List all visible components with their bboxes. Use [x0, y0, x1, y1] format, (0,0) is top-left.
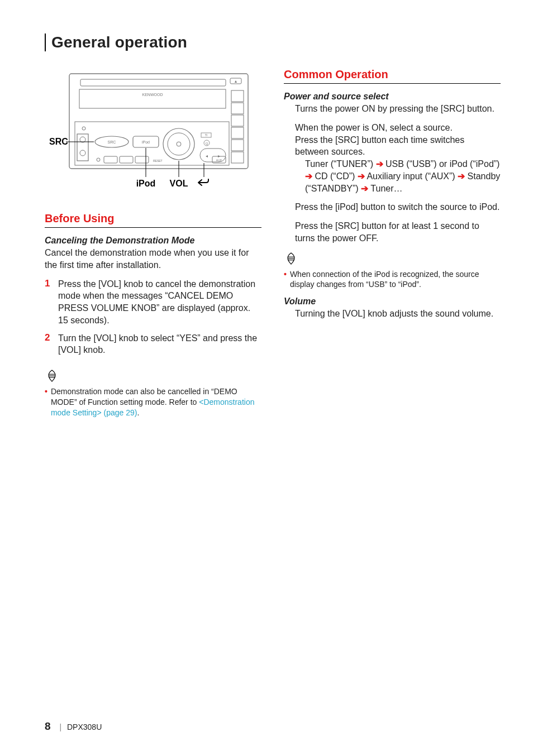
arrow-icon: ➔: [305, 171, 312, 181]
volume-subheading: Volume: [284, 296, 501, 307]
svg-point-26: [97, 158, 100, 161]
volume-text: Turning the [VOL] knob adjusts the sound…: [284, 308, 501, 320]
svg-rect-1: [80, 79, 226, 86]
cancel-demo-subheading: Canceling the Demonstration Mode: [45, 236, 261, 246]
svg-point-20: [177, 142, 181, 146]
search-icon: Q: [206, 142, 208, 145]
svg-point-15: [80, 150, 85, 156]
svg-text:◂: ◂: [206, 154, 208, 159]
cancel-demo-steps: 1 Press the [VOL] knob to cancel the dem…: [45, 278, 261, 357]
cancel-demo-intro: Cancel the demonstration mode when you u…: [45, 247, 261, 271]
page-number: 8: [45, 720, 51, 732]
common-operation-heading: Common Operation: [284, 68, 501, 84]
list-item: • Demonstration mode can also be cancell…: [45, 386, 261, 418]
before-using-heading: Before Using: [45, 212, 261, 228]
aux-text: AUX: [216, 159, 222, 162]
svg-rect-6: [231, 103, 244, 114]
page-title: General operation: [51, 34, 501, 51]
ipod-switch-text: Press the [iPod] button to switch the so…: [284, 201, 501, 213]
list-item: • When connection of the iPod is recogni…: [284, 269, 501, 290]
step-number: 2: [45, 332, 53, 357]
source-chain: Tuner (“TUNER”) ➔ USB (“USB”) or iPod (“…: [284, 158, 501, 194]
note-text: When connection of the iPod is recognize…: [290, 269, 501, 290]
callout-src: SRC: [49, 137, 68, 146]
svg-rect-8: [231, 127, 244, 138]
device-diagram: ▲ KENWOOD: [45, 68, 261, 191]
svg-rect-7: [231, 115, 244, 126]
note-text: Demonstration mode can also be cancelled…: [51, 386, 261, 418]
src-button-text: SRC: [108, 140, 116, 144]
right-notes: • When connection of the iPod is recogni…: [284, 269, 501, 290]
callout-ipod: iPod: [136, 179, 156, 188]
bullet-icon: •: [45, 386, 47, 418]
svg-point-19: [168, 133, 190, 155]
source-select-text: When the power is ON, select a source. P…: [284, 122, 501, 158]
arrow-icon: ➔: [458, 171, 465, 181]
svg-rect-9: [231, 140, 244, 151]
list-item: 2 Turn the [VOL] knob to select “YES” an…: [45, 332, 261, 357]
svg-rect-29: [135, 156, 149, 163]
footer-separator: |: [59, 722, 61, 731]
ipod-button-text: iPod: [142, 140, 150, 144]
step-text: Press the [VOL] knob to cancel the demon…: [58, 278, 261, 327]
svg-rect-0: [69, 74, 248, 169]
note-icon: [45, 370, 59, 382]
svg-rect-27: [104, 156, 117, 163]
left-column: ▲ KENWOOD: [45, 68, 261, 418]
arrow-icon: ➔: [376, 159, 383, 169]
note-icon: [284, 252, 298, 265]
arrow-icon: ➔: [361, 184, 368, 193]
svg-rect-13: [77, 134, 88, 161]
svg-rect-5: [231, 90, 244, 102]
brand-label: KENWOOD: [142, 93, 163, 97]
right-column: Common Operation Power and source select…: [284, 68, 501, 418]
svg-rect-10: [231, 152, 244, 163]
page-footer: 8 | DPX308U: [45, 720, 102, 733]
svg-rect-28: [120, 156, 133, 163]
power-off-text: Press the [SRC] button for at least 1 se…: [284, 220, 501, 245]
svg-point-12: [82, 127, 85, 130]
list-item: 1 Press the [VOL] knob to cancel the dem…: [45, 278, 261, 327]
power-source-subheading: Power and source select: [284, 92, 501, 102]
callout-vol: VOL: [170, 179, 188, 188]
bullet-icon: •: [284, 269, 287, 290]
reset-text: RESET: [153, 159, 163, 162]
svg-text:▲: ▲: [234, 79, 238, 83]
left-notes: • Demonstration mode can also be cancell…: [45, 386, 261, 418]
model-label: DPX308U: [67, 722, 102, 731]
arrow-icon: ➔: [358, 171, 365, 181]
step-number: 1: [45, 278, 53, 327]
device-faceplate-svg: ▲ KENWOOD: [47, 68, 259, 191]
power-on-text: Turns the power ON by pressing the [SRC]…: [284, 103, 501, 115]
ti-text: TI: [205, 133, 207, 137]
step-text: Turn the [VOL] knob to select “YES” and …: [58, 332, 261, 357]
